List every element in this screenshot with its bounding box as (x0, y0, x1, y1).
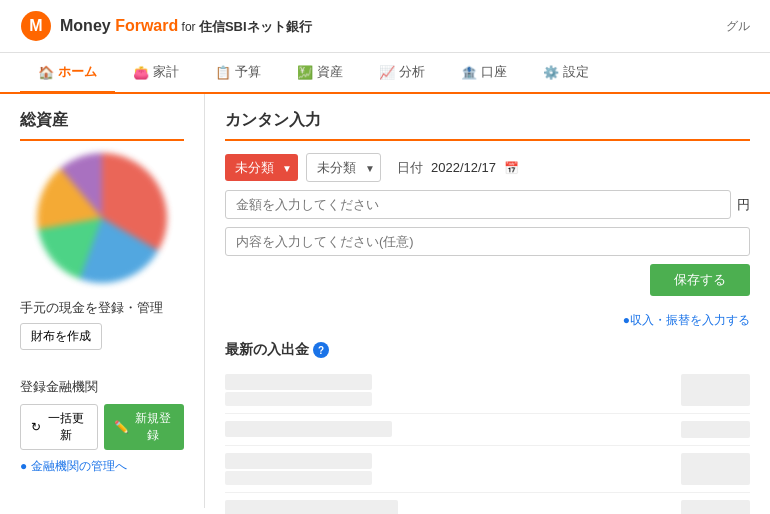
nav-koza-label: 口座 (481, 63, 507, 81)
nav-item-settei[interactable]: ⚙️ 設定 (525, 53, 607, 94)
cash-section-title: 手元の現金を登録・管理 (20, 299, 184, 317)
transaction-amount (681, 421, 750, 438)
transaction-left (225, 421, 392, 438)
nav-yosan-label: 予算 (235, 63, 261, 81)
refresh-icon: ↻ (31, 420, 41, 434)
transaction-amount (681, 374, 750, 406)
quick-input-title: カンタン入力 (225, 110, 750, 141)
manage-link-label: 金融機関の管理へ (31, 459, 127, 473)
transaction-name (225, 453, 372, 469)
sidebar: 総資産 手元の現金を登録・管理 財布を作成 登録金融機関 ↻ 一括更新 ✏️ 新… (0, 94, 205, 508)
income-link[interactable]: ●収入・振替を入力する (225, 312, 750, 329)
nav-item-home[interactable]: 🏠 ホーム (20, 53, 115, 94)
logo-text: Money Forward for 住信SBIネット銀行 (60, 17, 312, 36)
nav-bunseki-label: 分析 (399, 63, 425, 81)
nav-home-label: ホーム (58, 63, 97, 81)
home-icon: 🏠 (38, 65, 54, 80)
transaction-sub (225, 471, 372, 485)
shisan-icon: 💹 (297, 65, 313, 80)
calendar-icon[interactable]: 📅 (504, 161, 519, 175)
total-assets-title: 総資産 (20, 110, 184, 141)
registered-institutions-title: 登録金融機関 (20, 378, 184, 396)
transaction-name (225, 500, 398, 514)
date-label: 日付 (397, 159, 423, 177)
kakeibo-icon: 👛 (133, 65, 149, 80)
link-circle-icon: ● (20, 459, 27, 473)
registered-institutions-section: 登録金融機関 ↻ 一括更新 ✏️ 新規登録 ● 金融機関の管理へ (20, 378, 184, 475)
yen-label: 円 (737, 196, 750, 214)
koza-icon: 🏦 (461, 65, 477, 80)
main-content: 総資産 手元の現金を登録・管理 財布を作成 登録金融機関 ↻ 一括更新 ✏️ 新… (0, 94, 770, 508)
category-select[interactable]: 未分類 (225, 154, 298, 181)
pie-chart (37, 153, 167, 283)
memo-input[interactable] (225, 227, 750, 256)
bulk-refresh-button[interactable]: ↻ 一括更新 (20, 404, 98, 450)
form-row-category: 未分類 未分類 日付 2022/12/17 📅 (225, 153, 750, 182)
institution-btn-group: ↻ 一括更新 ✏️ 新規登録 (20, 404, 184, 450)
cash-section: 手元の現金を登録・管理 財布を作成 (20, 299, 184, 362)
transaction-left (225, 500, 398, 514)
new-register-button[interactable]: ✏️ 新規登録 (104, 404, 184, 450)
header: M Money Forward for 住信SBIネット銀行 グル (0, 0, 770, 53)
transaction-name (225, 374, 372, 390)
nav-settei-label: 設定 (563, 63, 589, 81)
manage-institutions-link[interactable]: ● 金融機関の管理へ (20, 458, 184, 475)
transaction-sub (225, 392, 372, 406)
transaction-amount (681, 453, 750, 485)
pencil-icon: ✏️ (114, 420, 129, 434)
recent-title-text: 最新の入出金 (225, 341, 309, 359)
amount-input[interactable] (225, 190, 731, 219)
main-nav: 🏠 ホーム 👛 家計 📋 予算 💹 資産 📈 分析 🏦 口座 ⚙️ 設定 (0, 53, 770, 94)
nav-item-kakeibo[interactable]: 👛 家計 (115, 53, 197, 94)
nav-item-koza[interactable]: 🏦 口座 (443, 53, 525, 94)
nav-item-bunseki[interactable]: 📈 分析 (361, 53, 443, 94)
quick-input-form: 未分類 未分類 日付 2022/12/17 📅 円 保存する (225, 153, 750, 296)
transaction-name (225, 421, 392, 437)
bank-name: 住信SBIネット銀行 (199, 19, 312, 34)
help-icon[interactable]: ? (313, 342, 329, 358)
transaction-item (225, 493, 750, 514)
bunseki-icon: 📈 (379, 65, 395, 80)
nav-shisan-label: 資産 (317, 63, 343, 81)
transaction-item (225, 367, 750, 414)
yosan-icon: 📋 (215, 65, 231, 80)
bulk-refresh-label: 一括更新 (45, 410, 87, 444)
transaction-left (225, 374, 372, 406)
new-register-label: 新規登録 (133, 410, 174, 444)
recent-transactions-title: 最新の入出金 ? (225, 341, 750, 359)
transaction-list (225, 367, 750, 514)
settei-icon: ⚙️ (543, 65, 559, 80)
subcategory-select[interactable]: 未分類 (306, 153, 381, 182)
nav-item-shisan[interactable]: 💹 資産 (279, 53, 361, 94)
user-menu[interactable]: グル (726, 18, 750, 35)
date-value: 2022/12/17 (431, 160, 496, 175)
category-select-wrapper: 未分類 (225, 154, 298, 181)
nav-item-yosan[interactable]: 📋 予算 (197, 53, 279, 94)
transaction-amount (681, 500, 750, 514)
transaction-item (225, 414, 750, 446)
form-row-amount: 円 (225, 190, 750, 219)
svg-text:M: M (29, 17, 42, 34)
content-area: カンタン入力 未分類 未分類 日付 2022/12/17 📅 (205, 94, 770, 508)
form-row-save: 保存する (225, 264, 750, 296)
create-wallet-button[interactable]: 財布を作成 (20, 323, 102, 350)
subcategory-select-wrapper: 未分類 (306, 153, 381, 182)
nav-kakeibo-label: 家計 (153, 63, 179, 81)
logo: M Money Forward for 住信SBIネット銀行 (20, 10, 312, 42)
transaction-item (225, 446, 750, 493)
transaction-left (225, 453, 372, 485)
logo-icon: M (20, 10, 52, 42)
save-button[interactable]: 保存する (650, 264, 750, 296)
